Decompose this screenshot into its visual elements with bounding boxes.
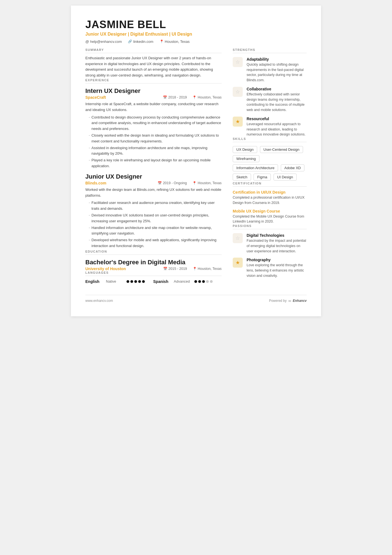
strength-2-desc: Effectively collaborated with senior des… (247, 92, 307, 113)
education-section: EDUCATION Bachelor's Degree in Digital M… (85, 250, 222, 271)
footer-brand: Powered by ∞ Enhancv (269, 299, 307, 303)
passion-2-desc: Love exploring the world through the len… (247, 263, 307, 278)
skills-grid: UX Design User-Centered Design Wireframi… (233, 145, 307, 182)
email-icon: @ (85, 40, 89, 44)
job-2-bullet-2: Devised innovative UX solutions based on… (89, 213, 222, 224)
job-2-company: Blinds.com (85, 181, 106, 185)
job-1-bullets: Contributed to design discovery process … (85, 115, 222, 169)
passion-2-content: Photography Love exploring the world thr… (247, 258, 307, 278)
left-column: SUMMARY Enthusiastic and passionate Juni… (85, 48, 222, 284)
passion-1-content: Digital Technologies Fascinated by the i… (247, 233, 307, 254)
dot (206, 280, 209, 283)
job-1-bullet-4: Played a key role in wireframing and lay… (89, 157, 222, 169)
dot (138, 280, 141, 283)
edu-meta: 📅 2015 - 2019 📍 Houston, Texas (163, 267, 222, 271)
location-contact: 📍 Houston, Texas (160, 40, 190, 44)
skills-title: SKILLS (233, 137, 307, 142)
cert-2-desc: Completed the Mobile UX Design Course fr… (233, 214, 307, 225)
summary-title: SUMMARY (85, 48, 222, 53)
job-2-title: Junior UX Designer (85, 173, 222, 180)
job-2-meta: 📅 2019 - Ongoing 📍 Houston, Texas (158, 181, 222, 185)
education-title: EDUCATION (85, 250, 222, 255)
brand-name: Enhancv (293, 299, 307, 303)
lang-1-dots (126, 280, 145, 283)
header: JASMINE BELL Junior UX Designer | Digita… (85, 19, 307, 44)
candidate-title: Junior UX Designer | Digital Enthusiast … (85, 32, 307, 37)
lang-2-name: Spanish (153, 279, 170, 284)
strength-3-icon: ★ (233, 117, 243, 127)
dot (126, 280, 129, 283)
strength-1-desc: Quickly adapted to shifting design requi… (247, 62, 307, 83)
certification-title: CERTIFICATION (233, 182, 307, 187)
linkedin-contact: 🔗 linkedin.com (128, 40, 153, 44)
footer-url: www.enhancv.com (85, 299, 113, 303)
skill-tag-1: UX Design (233, 146, 257, 153)
strength-3-content: Resourceful Leveraged resourceful approa… (247, 117, 307, 137)
lang-1-level: Native (106, 279, 123, 283)
cert-1-title: Certification in UI/UX Design (233, 190, 307, 194)
brand-logo: ∞ (288, 299, 291, 303)
edu-degree: Bachelor's Degree in Digital Media (85, 259, 222, 266)
dot (142, 280, 145, 283)
candidate-name: JASMINE BELL (85, 19, 307, 31)
cert-2-title: Mobile UX Design Course (233, 209, 307, 213)
strength-1-content: Adaptability Quickly adapted to shifting… (247, 57, 307, 83)
job-1-bullet-1: Contributed to design discovery process … (89, 115, 222, 132)
skill-tag-4: Information Architecture (233, 164, 278, 171)
edu-date: 📅 2015 - 2019 (163, 267, 187, 271)
pin-icon-2: 📍 (192, 181, 197, 185)
edu-school: University of Houston (85, 267, 126, 271)
strength-1: ☆ Adaptability Quickly adapted to shifti… (233, 57, 307, 83)
job-2-bullet-3: Handled information architecture and sit… (89, 225, 222, 237)
job-2-location: 📍 Houston, Texas (192, 181, 222, 185)
job-1-company: SpaceCraft (85, 95, 106, 100)
passion-2: ★ Photography Love exploring the world t… (233, 258, 307, 278)
languages-section: LANGUAGES English Native Spanish Advance… (85, 271, 222, 284)
lang-2-level: Advanced (174, 279, 190, 283)
job-2-bullet-4: Developed wireframes for mobile and web … (89, 237, 222, 249)
job-2-company-row: Blinds.com 📅 2019 - Ongoing 📍 Houston, T… (85, 180, 222, 185)
certification-section: CERTIFICATION Certification in UI/UX Des… (233, 182, 307, 224)
summary-text: Enthusiastic and passionate Junior UX De… (85, 55, 222, 78)
dot (210, 280, 213, 283)
job-1-meta: 📅 2018 - 2019 📍 Houston, Texas (163, 95, 222, 99)
experience-title: EXPERIENCE (85, 78, 222, 83)
edu-location: 📍 Houston, Texas (193, 267, 222, 271)
experience-section: EXPERIENCE Intern UX Designer SpaceCraft… (85, 78, 222, 249)
job-2-date: 📅 2019 - Ongoing (158, 181, 187, 185)
job-2-bullets: Facilitated user research and audience p… (85, 200, 222, 249)
pin-icon: 📍 (192, 95, 197, 99)
skill-tag-3: Wireframing (233, 155, 259, 162)
calendar-icon-edu: 📅 (163, 267, 167, 271)
strength-2-content: Collaborative Effectively collaborated w… (247, 87, 307, 113)
job-2-desc: Worked with the design team at Blinds.co… (85, 187, 222, 199)
lang-2-dots (194, 280, 213, 283)
job-1-date: 📅 2018 - 2019 (163, 95, 187, 99)
strength-3: ★ Resourceful Leveraged resourceful appr… (233, 117, 307, 137)
languages-row: English Native Spanish Advanced (85, 279, 222, 284)
lang-1-name: English (85, 279, 102, 284)
job-1: Intern UX Designer SpaceCraft 📅 2018 - 2… (85, 87, 222, 169)
calendar-icon-2: 📅 (158, 181, 162, 185)
dot (202, 280, 205, 283)
skill-tag-8: UI Design (274, 174, 297, 181)
dot (194, 280, 197, 283)
passion-1-icon: ☆ (233, 233, 243, 243)
passion-2-title: Photography (247, 258, 307, 262)
strength-1-icon: ☆ (233, 57, 243, 67)
page-footer: www.enhancv.com Powered by ∞ Enhancv (85, 295, 307, 303)
edu-school-row: University of Houston 📅 2015 - 2019 📍 Ho… (85, 266, 222, 271)
passion-1-desc: Fascinated by the impact and potential o… (247, 238, 307, 254)
job-1-company-row: SpaceCraft 📅 2018 - 2019 📍 Houston, Texa… (85, 95, 222, 100)
skill-tag-2: User-Centered Design (260, 146, 303, 153)
job-2-bullet-1: Facilitated user research and audience p… (89, 200, 222, 212)
strength-2-icon: ☆ (233, 87, 243, 97)
strength-2: ☆ Collaborative Effectively collaborated… (233, 87, 307, 113)
linkedin-icon: 🔗 (128, 40, 132, 43)
strength-3-title: Resourceful (247, 117, 307, 121)
main-layout: SUMMARY Enthusiastic and passionate Juni… (85, 48, 307, 284)
passion-1: ☆ Digital Technologies Fascinated by the… (233, 233, 307, 254)
pin-icon-edu: 📍 (193, 267, 197, 271)
job-2: Junior UX Designer Blinds.com 📅 2019 - O… (85, 173, 222, 249)
strength-3-desc: Leveraged resourceful approach to resear… (247, 122, 307, 137)
